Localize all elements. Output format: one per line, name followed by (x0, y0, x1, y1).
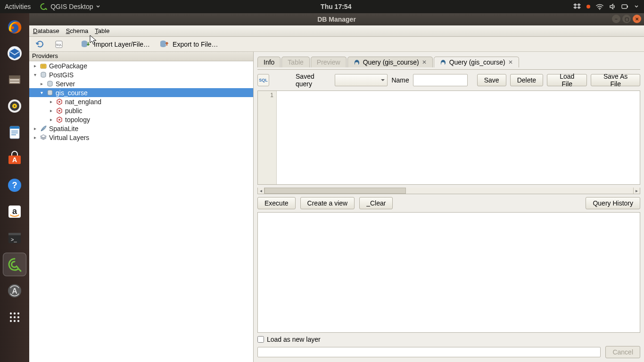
menu-table[interactable]: Table (95, 27, 109, 34)
chevron-down-icon[interactable] (635, 5, 638, 8)
dropbox-icon[interactable] (573, 3, 581, 10)
svg-rect-14 (10, 126, 19, 129)
launcher-help[interactable]: ? (3, 173, 26, 197)
toolbar: SQL Import Layer/File… Export to File… (29, 37, 644, 52)
providers-header: Providers (29, 52, 253, 61)
load-as-new-layer-checkbox[interactable]: Load as new layer (257, 336, 640, 343)
svg-rect-7 (10, 79, 19, 81)
query-panel: Info Table Preview Query (gis_course)✕ Q… (254, 52, 644, 362)
tree-item-virtual-layers[interactable]: ▸Virtual Layers (29, 133, 253, 142)
launcher-software[interactable]: A (3, 147, 26, 171)
menu-schema[interactable]: Schema (66, 27, 89, 34)
tree-item-spatialite[interactable]: ▸SpatiaLite (29, 124, 253, 133)
tab-table: Table (281, 57, 309, 67)
sql-toggle-button[interactable]: SQL (257, 74, 269, 86)
svg-point-47 (58, 110, 60, 112)
menu-bar: Database Schema Table (29, 25, 644, 37)
svg-point-29 (10, 313, 12, 314)
maximize-button[interactable]: ▢ (622, 15, 631, 23)
launcher-terminal[interactable]: >_ (3, 226, 26, 250)
tree-item-server[interactable]: ▸Server (29, 79, 253, 88)
tab-preview: Preview (311, 57, 347, 67)
tree-item-gis_course[interactable]: ▾gis_course (29, 88, 253, 97)
editor-gutter: 1 (258, 91, 277, 184)
svg-point-33 (14, 316, 16, 318)
launcher-amazon[interactable]: a (3, 200, 26, 223)
launcher-thunderbird[interactable] (3, 41, 26, 65)
tree-item-geopackage[interactable]: ▸GeoPackage (29, 61, 253, 70)
elephant-icon (354, 59, 360, 66)
minimize-button[interactable]: – (612, 15, 620, 23)
load-file-button[interactable]: Load File (547, 74, 587, 86)
svg-point-37 (17, 320, 19, 322)
svg-text:?: ? (12, 181, 17, 190)
editor-scrollbar[interactable]: ◂▸ (257, 188, 640, 194)
svg-point-46 (58, 101, 60, 103)
launcher-qgis[interactable] (3, 253, 26, 276)
notification-dot-icon[interactable] (586, 5, 590, 8)
svg-rect-2 (627, 6, 628, 8)
activities-button[interactable]: Activities (0, 0, 35, 13)
svg-rect-25 (8, 233, 21, 235)
tab-query-2[interactable]: Query (gis_course)✕ (434, 57, 519, 67)
saved-query-select[interactable] (335, 74, 388, 86)
tab-info[interactable]: Info (257, 57, 281, 67)
current-app-indicator[interactable]: QGIS Desktop (35, 0, 104, 13)
launcher-apps-grid[interactable] (3, 305, 26, 329)
launcher-files[interactable] (3, 68, 26, 91)
clock[interactable]: Thu 17:54 (316, 0, 356, 13)
svg-text:SQL: SQL (56, 43, 62, 46)
clear-button[interactable]: Clear (359, 197, 393, 209)
svg-rect-16 (11, 132, 18, 133)
save-as-file-button[interactable]: Save As File (591, 74, 640, 86)
svg-text:A: A (12, 287, 17, 295)
sql-window-button[interactable]: SQL (52, 38, 66, 50)
saved-query-label: Saved query (296, 73, 331, 88)
save-button[interactable]: Save (477, 74, 506, 86)
chevron-down-icon (96, 5, 100, 8)
svg-point-36 (14, 320, 16, 322)
launcher-writer[interactable] (3, 121, 26, 144)
svg-rect-17 (11, 134, 16, 135)
tab-query-1[interactable]: Query (gis_course)✕ (347, 57, 433, 67)
volume-icon[interactable] (609, 3, 616, 10)
launcher-rhythmbox[interactable] (3, 94, 26, 118)
gnome-top-panel: Activities QGIS Desktop Thu 17:54 (0, 0, 644, 13)
delete-button[interactable]: Delete (510, 74, 543, 86)
query-name-input[interactable] (413, 74, 468, 86)
svg-rect-1 (622, 5, 627, 8)
export-file-button[interactable]: Export to File… (157, 38, 220, 50)
import-layer-button[interactable]: Import Layer/File… (78, 38, 152, 50)
db-import-icon (81, 40, 91, 49)
query-history-button[interactable]: Query History (586, 197, 640, 209)
launcher-update[interactable]: A (3, 279, 26, 303)
sql-icon: SQL (54, 40, 64, 49)
cancel-button: Cancel (605, 346, 640, 358)
svg-point-48 (58, 119, 60, 121)
tree-item-topology[interactable]: ▸topology (29, 115, 253, 124)
refresh-button[interactable] (33, 38, 47, 50)
execute-button[interactable]: Execute (257, 197, 296, 209)
svg-text:a: a (12, 206, 17, 216)
svg-text:A: A (12, 156, 17, 164)
elephant-icon (440, 59, 446, 66)
tree-item-postgis[interactable]: ▾PostGIS (29, 70, 253, 79)
battery-icon[interactable] (621, 3, 629, 10)
close-icon[interactable]: ✕ (508, 59, 513, 66)
wifi-icon[interactable] (596, 3, 603, 10)
create-view-button[interactable]: Create a view (300, 197, 355, 209)
tree-item-public[interactable]: ▸public (29, 106, 253, 115)
sql-editor[interactable]: 1 (257, 90, 640, 185)
db-export-icon (159, 40, 170, 49)
refresh-icon (35, 40, 45, 49)
launcher-firefox[interactable] (3, 15, 26, 39)
svg-point-32 (10, 316, 12, 318)
svg-rect-15 (11, 131, 18, 132)
window-titlebar: DB Manager – ▢ ✕ (29, 13, 644, 25)
tree-item-nat_england[interactable]: ▸nat_england (29, 97, 253, 106)
providers-tree[interactable]: ▸GeoPackage▾PostGIS▸Server▾gis_course▸na… (29, 61, 253, 362)
close-button[interactable]: ✕ (633, 15, 641, 23)
svg-rect-42 (41, 64, 46, 68)
menu-database[interactable]: Database (33, 27, 59, 34)
close-icon[interactable]: ✕ (422, 59, 427, 66)
